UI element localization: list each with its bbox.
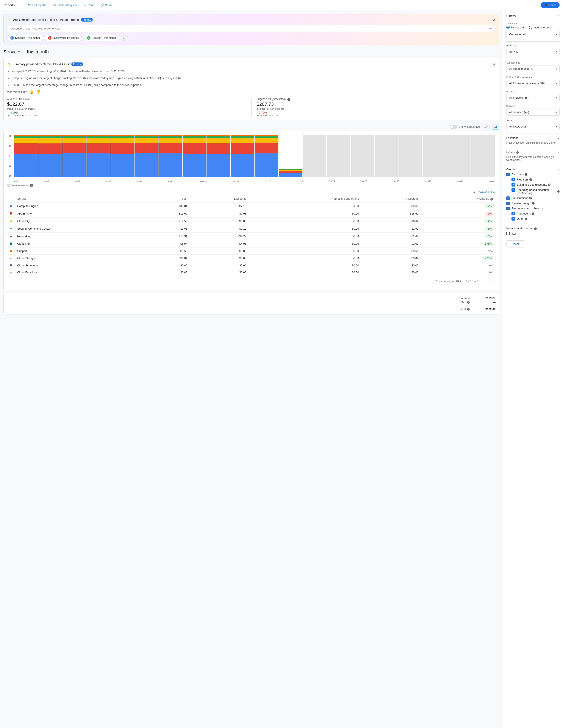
locations-header[interactable]: Locations ∨ bbox=[506, 136, 560, 140]
page-prev-button[interactable]: ‹ bbox=[484, 278, 487, 284]
metric-forecasted-change-sub: $1.54 over July 2024 bbox=[257, 114, 496, 117]
x-label: Aug 27 bbox=[425, 180, 431, 182]
filters-expand-button[interactable]: › bbox=[558, 14, 560, 18]
discounts-chevron-icon: ∧ bbox=[558, 173, 560, 176]
usage-date-option[interactable]: Usage date bbox=[506, 26, 526, 29]
sustained-use-checkbox[interactable] bbox=[512, 183, 515, 187]
reseller-margin-checkbox[interactable] bbox=[506, 202, 510, 205]
gemini-input[interactable] bbox=[11, 27, 489, 30]
bar-segment bbox=[206, 154, 230, 177]
table-cell-subtotal: $0.56 bbox=[362, 247, 421, 254]
other-checkbox[interactable] bbox=[512, 217, 515, 221]
chip-last-invoice[interactable]: G Last invoice by service bbox=[45, 35, 82, 41]
th-discounts: Discounts bbox=[190, 195, 249, 202]
table-cell-promotions: $0.00 bbox=[249, 217, 362, 225]
projects-select[interactable]: All projects (55) bbox=[506, 94, 560, 101]
bar-segment bbox=[86, 138, 110, 143]
chip-services-this-month[interactable]: G Services – this month bbox=[7, 35, 43, 41]
promotions-others-checkbox[interactable] bbox=[506, 207, 510, 210]
learn-button[interactable]: 🎓 Learn bbox=[541, 2, 560, 8]
bar-segment bbox=[134, 138, 158, 143]
main-content: ✨ Ask Gemini Cloud Assist to find or cre… bbox=[0, 10, 503, 728]
arrow-down-icon: ↓ bbox=[486, 220, 488, 223]
generate-query-button[interactable]: 🔍 Generate query bbox=[50, 2, 79, 8]
bar-segment bbox=[447, 135, 471, 136]
bar-segment bbox=[447, 136, 471, 138]
skus-group: SKUs All SKUs (408) bbox=[506, 119, 560, 130]
metric-forecasted-sub: includes -$43.27 in credits bbox=[257, 107, 496, 110]
see-all-reports-button[interactable]: ☰ See all reports bbox=[22, 2, 49, 8]
svg-text:G: G bbox=[11, 37, 12, 39]
invoice-month-radio[interactable] bbox=[529, 26, 532, 29]
table-cell-service-name: Support bbox=[15, 247, 143, 254]
chart-bar-group bbox=[230, 135, 254, 177]
free-tiers-checkbox[interactable] bbox=[512, 178, 515, 181]
metrics-row: August 1–19, 2024 $122.07 includes -$24.… bbox=[7, 94, 496, 117]
bar-chart-button[interactable]: 📊 bbox=[492, 124, 499, 129]
locations-group: Locations ∨ Filter by location data like… bbox=[506, 136, 560, 144]
discounts-info-icon: ? bbox=[525, 173, 527, 176]
group-by-select[interactable]: Service bbox=[506, 48, 560, 55]
share-button[interactable]: 🔗 Share bbox=[98, 2, 115, 8]
sustained-use-check-item: Sustained use discounts ? bbox=[512, 183, 560, 187]
skus-select[interactable]: All SKUs (408) bbox=[506, 123, 560, 130]
cumulative-switch[interactable] bbox=[450, 125, 457, 129]
chart-card: $8 $6 $4 $2 $0 Aug 1Aug 3Aug 5Aug 7Aug 9… bbox=[3, 131, 499, 290]
bar-segment bbox=[447, 152, 471, 177]
filter-spacer-1 bbox=[506, 41, 560, 42]
credits-header[interactable]: Credits ∧ bbox=[506, 168, 560, 171]
reset-button[interactable]: Reset bbox=[506, 240, 524, 247]
invoice-charges-header: Invoice level charges ? bbox=[506, 227, 560, 230]
chip-projects-this-month[interactable]: G Projects – this month bbox=[84, 35, 119, 41]
th-cost: Cost bbox=[143, 195, 190, 202]
bar-segment bbox=[423, 136, 447, 138]
x-label: Aug 7 bbox=[106, 180, 111, 182]
chart-y-labels: $8 $6 $4 $2 $0 bbox=[7, 135, 12, 177]
metric-current-change: ↓ -4.09% bbox=[7, 111, 246, 114]
page-next-button[interactable]: › bbox=[490, 278, 493, 284]
discounts-checkbox[interactable] bbox=[506, 173, 510, 176]
invoice-month-option[interactable]: Invoice month bbox=[529, 26, 551, 29]
promotions-checkbox[interactable] bbox=[512, 212, 515, 215]
table-cell-icon bbox=[7, 225, 15, 232]
thumbs-up-button[interactable]: 👍 bbox=[29, 90, 34, 94]
download-csv-button[interactable]: ⬇ Download CSV bbox=[473, 190, 496, 194]
services-select[interactable]: All services (47) bbox=[506, 109, 560, 116]
bar-segment bbox=[86, 143, 110, 153]
labels-header[interactable]: Labels ? ∨ bbox=[506, 151, 560, 154]
chart-bar-group bbox=[351, 135, 375, 177]
tax-checkbox[interactable] bbox=[506, 232, 510, 235]
chips-next-button[interactable]: › bbox=[121, 35, 127, 41]
current-month-select[interactable]: Current month bbox=[506, 31, 560, 38]
usage-date-radio[interactable] bbox=[506, 26, 510, 29]
bar-segment bbox=[303, 152, 327, 177]
x-label: Aug 23 bbox=[361, 180, 367, 182]
line-chart-button[interactable]: 📈 bbox=[482, 124, 490, 129]
chart-bar-group bbox=[134, 135, 158, 177]
metric-current-value: $122.07 bbox=[7, 101, 246, 107]
gemini-sparkle-icon: ✨ bbox=[7, 18, 11, 22]
print-button[interactable]: 🖨 Print bbox=[81, 2, 96, 8]
trend-icon-1: ↗ bbox=[7, 69, 10, 74]
thumbs-down-button[interactable]: 👎 bbox=[36, 90, 40, 94]
bar-segment bbox=[375, 143, 399, 152]
table-cell-discounts: -$7.18 bbox=[190, 202, 249, 210]
trend-icon-2: ↗ bbox=[7, 76, 10, 81]
labels-group: Labels ? ∨ Select the key and values of … bbox=[506, 151, 560, 162]
subscriptions-checkbox[interactable] bbox=[506, 196, 510, 200]
table-cell-promotions: $0.00 bbox=[249, 210, 362, 217]
table-row: Networking$10.91-$9.27$0.00$1.64↓6% bbox=[7, 232, 496, 240]
table-cell-change: 0% bbox=[421, 269, 496, 276]
folders-select[interactable]: All folders/organizations (28) bbox=[506, 80, 560, 87]
services-table: Service Cost Discounts Promotions and ot… bbox=[7, 195, 496, 276]
subaccounts-select[interactable]: All subaccounts (27) bbox=[506, 65, 560, 72]
summary-collapse-button[interactable]: ∧ bbox=[493, 62, 496, 67]
rows-per-page-select[interactable]: 10 ▼ bbox=[456, 280, 462, 283]
table-cell-service-name: App Engine bbox=[15, 210, 143, 217]
gemini-collapse-button[interactable]: ∧ bbox=[493, 17, 496, 22]
spending-based-checkbox[interactable] bbox=[512, 188, 515, 192]
table-cell-change: ↓4% bbox=[421, 217, 496, 225]
table-cell-cost: $88.81 bbox=[143, 202, 190, 210]
table-cell-change: ↓20% bbox=[421, 254, 496, 262]
table-cell-cost: $0.59 bbox=[143, 247, 190, 254]
